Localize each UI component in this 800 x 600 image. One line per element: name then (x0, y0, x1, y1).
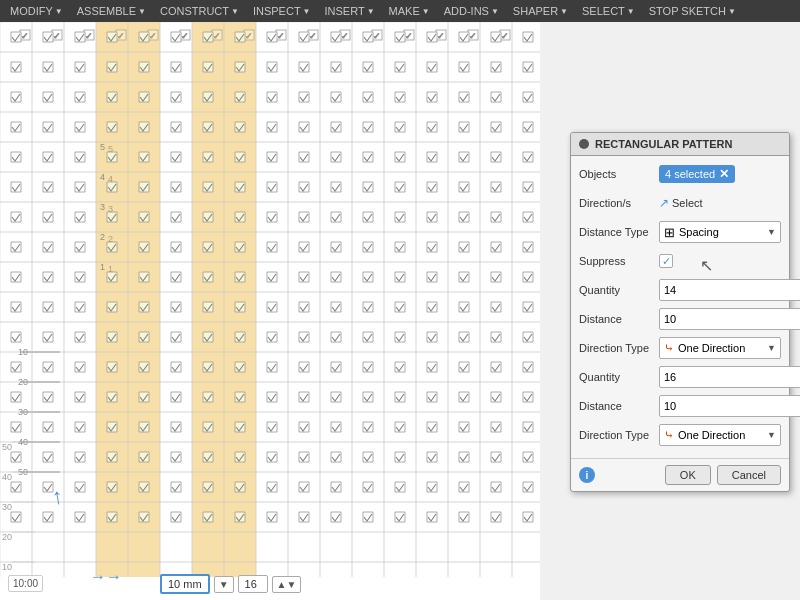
direction-type1-value: ⤷ One Direction ▼ (659, 337, 781, 359)
distance-type-dropdown[interactable]: ⊞ Spacing ▼ (659, 221, 781, 243)
direction-type2-dropdown[interactable]: ⤷ One Direction ▼ (659, 424, 781, 446)
objects-value: 4 selected ✕ (659, 165, 781, 183)
suppress-checkbox[interactable]: ✓ (659, 254, 673, 268)
direction1-icon: ⤷ (664, 341, 674, 355)
direction-type1-label: Direction Type (579, 342, 659, 354)
suppress-value: ✓ (659, 254, 781, 268)
direction-type2-label: Direction Type (579, 429, 659, 441)
quantity1-row: Quantity ▲ ▼ (579, 278, 781, 302)
suppress-row: Suppress ✓ (579, 249, 781, 273)
dropdown-arrow-icon: ▼ (767, 227, 776, 237)
quantity1-input[interactable] (660, 284, 800, 296)
info-button[interactable]: i (579, 467, 595, 483)
menu-modify[interactable]: MODIFY▼ (4, 3, 69, 19)
quantity1-label: Quantity (579, 284, 659, 296)
cancel-button[interactable]: Cancel (717, 465, 781, 485)
menu-stop-sketch[interactable]: STOP SKETCH▼ (643, 3, 742, 19)
dimension-unit-display: ▼ (214, 576, 234, 593)
menu-construct[interactable]: CONSTRUCT▼ (154, 3, 245, 19)
direction-type1-arrow-icon: ▼ (767, 343, 776, 353)
menu-select[interactable]: SELECT▼ (576, 3, 641, 19)
menu-add-ins[interactable]: ADD-INS▼ (438, 3, 505, 19)
objects-row: Objects 4 selected ✕ (579, 162, 781, 186)
direction-type2-value: ⤷ One Direction ▼ (659, 424, 781, 446)
selected-badge[interactable]: 4 selected ✕ (659, 165, 735, 183)
quantity2-value: ▲ ▼ (659, 366, 800, 388)
direction2-icon: ⤷ (664, 428, 674, 442)
distance1-value: ▲ ▼ (659, 308, 800, 330)
rectangular-pattern-panel: RECTANGULAR PATTERN Objects 4 selected ✕… (570, 132, 790, 492)
menu-shaper[interactable]: SHAPER▼ (507, 3, 574, 19)
direction-type1-text: One Direction (678, 342, 745, 354)
menu-bar: MODIFY▼ ASSEMBLE▼ CONSTRUCT▼ INSPECT▼ IN… (0, 0, 800, 22)
quantity1-value: ▲ ▼ (659, 279, 800, 301)
distance-type-text: Spacing (679, 226, 719, 238)
distance2-row: Distance ▲ ▼ (579, 394, 781, 418)
dimension-input-area: 10 mm ▼ 16 ▲▼ (160, 574, 301, 594)
quantity-display[interactable]: 16 (238, 575, 268, 593)
select-arrow-icon: ↗ (659, 196, 669, 210)
ok-button[interactable]: OK (665, 465, 711, 485)
direction-type1-dropdown[interactable]: ⤷ One Direction ▼ (659, 337, 781, 359)
panel-header-icon (579, 139, 589, 149)
distance1-label: Distance (579, 313, 659, 325)
distance2-value: ▲ ▼ (659, 395, 800, 417)
distance2-input[interactable] (660, 400, 800, 412)
quantity2-input-field: ▲ ▼ (659, 366, 800, 388)
spacing-icon: ⊞ (664, 225, 675, 240)
grid-canvas-element (0, 22, 540, 577)
grid-canvas[interactable]: 50 40 30 20 10 5 4 3 2 1 ✓ ✓ (0, 22, 540, 600)
selected-count: 4 selected (665, 168, 715, 180)
direction-type2-arrow-icon: ▼ (767, 430, 776, 440)
directions-row: Direction/s ↗ Select (579, 191, 781, 215)
directions-value: ↗ Select (659, 196, 781, 210)
direction-type1-row: Direction Type ⤷ One Direction ▼ (579, 336, 781, 360)
panel-footer: i OK Cancel (571, 458, 789, 491)
objects-label: Objects (579, 168, 659, 180)
checkbox-check-icon: ✓ (662, 255, 671, 268)
direction-type2-text: One Direction (678, 429, 745, 441)
distance2-input-field: ▲ ▼ (659, 395, 800, 417)
directions-label: Direction/s (579, 197, 659, 209)
clear-selection-button[interactable]: ✕ (719, 167, 729, 181)
quantity-arrow: ▲▼ (272, 576, 302, 593)
select-label: Select (672, 197, 703, 209)
panel-title: RECTANGULAR PATTERN (595, 138, 733, 150)
direction-select-button[interactable]: ↗ Select (659, 196, 703, 210)
dimension-value-display[interactable]: 10 mm (160, 574, 210, 594)
quantity2-row: Quantity ▲ ▼ (579, 365, 781, 389)
menu-assemble[interactable]: ASSEMBLE▼ (71, 3, 152, 19)
direction-type2-row: Direction Type ⤷ One Direction ▼ (579, 423, 781, 447)
distance1-input-field: ▲ ▼ (659, 308, 800, 330)
panel-header: RECTANGULAR PATTERN (571, 133, 789, 156)
quantity1-input-field: ▲ ▼ (659, 279, 800, 301)
distance1-row: Distance ▲ ▼ (579, 307, 781, 331)
distance-type-row: Distance Type ⊞ Spacing ▼ (579, 220, 781, 244)
suppress-label: Suppress (579, 255, 659, 267)
panel-body: Objects 4 selected ✕ Direction/s ↗ Selec… (571, 156, 789, 458)
menu-inspect[interactable]: INSPECT▼ (247, 3, 317, 19)
coordinate-display: 10:00 (8, 575, 43, 592)
distance1-input[interactable] (660, 313, 800, 325)
distance2-label: Distance (579, 400, 659, 412)
panel-footer-left: i (579, 465, 659, 485)
menu-insert[interactable]: INSERT▼ (319, 3, 381, 19)
quantity2-input[interactable] (660, 371, 800, 383)
menu-make[interactable]: MAKE▼ (383, 3, 436, 19)
canvas-area: 50 40 30 20 10 5 4 3 2 1 ✓ ✓ (0, 22, 800, 600)
arrow-right-icon: →→ (90, 568, 122, 586)
distance-type-label: Distance Type (579, 226, 659, 238)
distance-type-value: ⊞ Spacing ▼ (659, 221, 781, 243)
quantity2-label: Quantity (579, 371, 659, 383)
